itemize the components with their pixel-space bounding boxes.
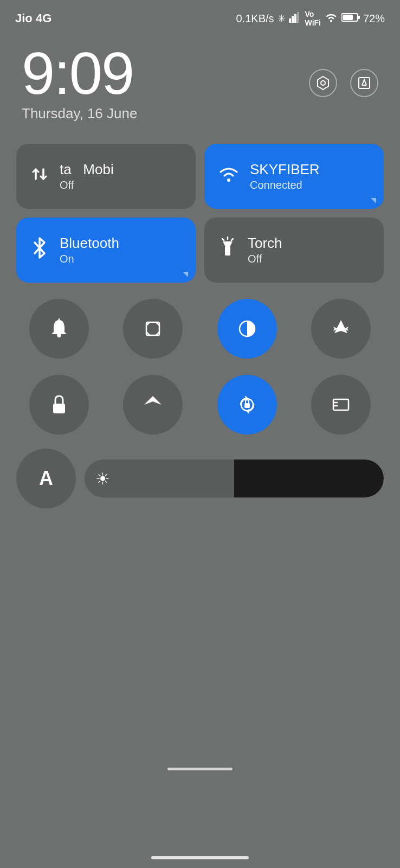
torch-title: Torch [248, 235, 282, 252]
torch-tile[interactable]: Torch Off [204, 218, 384, 283]
invert-button[interactable] [217, 299, 277, 359]
svg-line-19 [231, 239, 233, 240]
svg-rect-7 [343, 15, 353, 20]
svg-rect-3 [297, 12, 299, 23]
svg-rect-29 [244, 403, 250, 408]
wifi-subtitle: Connected [250, 179, 320, 192]
battery-percent: 72% [363, 12, 385, 25]
bluetooth-subtitle: On [60, 253, 119, 265]
svg-rect-6 [358, 16, 360, 19]
torch-subtitle: Off [248, 253, 282, 265]
tiles-grid: ta Mobi Off SKYFIBER Connected Bluetooth [0, 138, 400, 288]
wifi-tile[interactable]: SKYFIBER Connected [204, 144, 384, 209]
vowifi-icon: VoWiFi [305, 10, 321, 27]
settings-shortcut-button[interactable] [309, 69, 337, 97]
svg-rect-27 [53, 404, 65, 413]
brightness-fill [234, 459, 384, 497]
screenshot-button[interactable] [123, 299, 183, 359]
torch-text: Torch Off [248, 235, 282, 265]
brightness-slider[interactable]: ☀ [85, 459, 384, 497]
location-button[interactable] [123, 375, 183, 435]
svg-rect-15 [225, 246, 230, 256]
brightness-sun-icon: ☀ [95, 469, 110, 488]
svg-rect-0 [289, 18, 291, 23]
brightness-row: A ☀ [0, 440, 400, 514]
clock-left: 9:09 Thursday, 16 June [22, 43, 137, 122]
svg-point-4 [330, 20, 332, 22]
wifi-icon [217, 165, 240, 188]
mobile-data-subtitle: Off [60, 179, 114, 192]
wifi-title: SKYFIBER [250, 161, 320, 178]
svg-rect-1 [292, 16, 294, 23]
font-size-button[interactable]: A [16, 449, 76, 508]
quick-icons-row1 [0, 288, 400, 364]
svg-rect-30 [333, 399, 349, 410]
wifi-text: SKYFIBER Connected [250, 161, 320, 192]
bell-button[interactable] [29, 299, 89, 359]
edit-button[interactable] [350, 69, 378, 97]
bluetooth-arrow-icon [183, 272, 188, 277]
lock-button[interactable] [29, 375, 89, 435]
bluetooth-title: Bluetooth [60, 235, 119, 252]
torch-icon [217, 236, 238, 265]
status-bar: Jio 4G 0.1KB/s ✳ VoWiFi [0, 0, 400, 33]
svg-point-14 [227, 178, 230, 182]
speed-text: 0.1KB/s [236, 12, 274, 25]
clock-date: Thursday, 16 June [22, 105, 137, 122]
bluetooth-tile[interactable]: Bluetooth On [16, 218, 196, 283]
fullscreen-button[interactable] [311, 375, 371, 435]
carrier-text: Jio 4G [15, 11, 51, 25]
clock-time: 9:09 [22, 43, 137, 103]
airplane-button[interactable] [311, 299, 371, 359]
svg-rect-2 [294, 14, 296, 23]
status-right: 0.1KB/s ✳ VoWiFi [236, 10, 385, 27]
bluetooth-text: Bluetooth On [60, 235, 119, 265]
data-icon [29, 164, 50, 189]
mobile-data-title: ta Mobi [60, 161, 114, 178]
svg-point-9 [321, 81, 325, 85]
clock-section: 9:09 Thursday, 16 June [0, 33, 400, 138]
svg-marker-16 [223, 241, 233, 246]
autorotate-button[interactable] [217, 375, 277, 435]
quick-icons-row2 [0, 364, 400, 440]
battery-icon [341, 12, 360, 25]
svg-marker-8 [318, 76, 328, 90]
mobile-data-text: ta Mobi Off [60, 161, 114, 192]
svg-line-18 [222, 239, 224, 240]
wifi-arrow-icon [371, 198, 376, 203]
signal-icon [289, 12, 302, 25]
mobile-data-tile[interactable]: ta Mobi Off [16, 144, 196, 209]
bluetooth-icon [29, 236, 50, 265]
clock-icons [309, 69, 378, 97]
bluetooth-status-icon: ✳ [278, 12, 286, 24]
swipe-hint [167, 768, 233, 770]
home-indicator[interactable] [151, 856, 249, 859]
font-label: A [39, 467, 53, 490]
wifi-status-icon [324, 12, 338, 25]
